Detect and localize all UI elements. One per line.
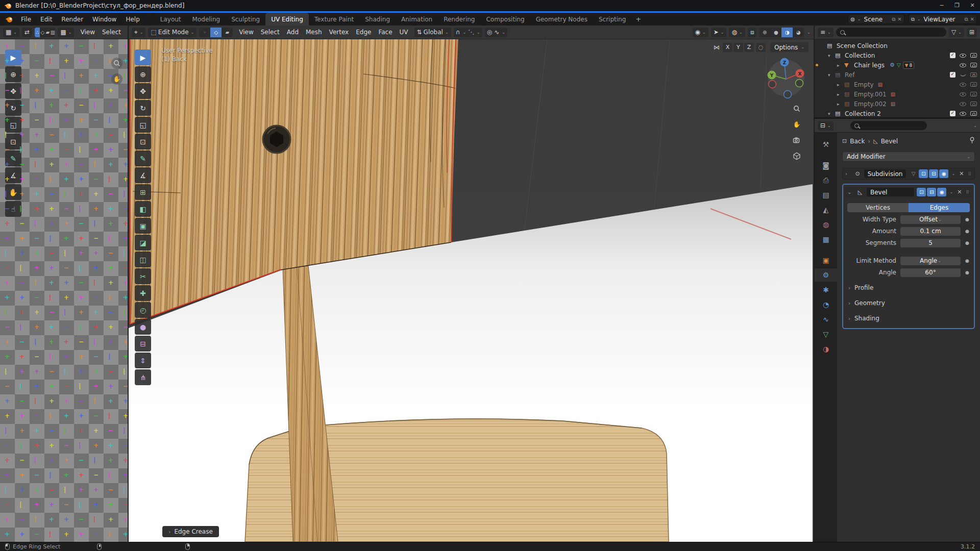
collection-checkbox[interactable] — [950, 72, 955, 78]
mesh-select-mode-button[interactable]: ◇ — [210, 28, 222, 37]
viewport-tool-button[interactable]: ◫ — [135, 252, 151, 267]
breadcrumb-object[interactable]: Back — [850, 138, 865, 145]
menu-item[interactable]: Edit — [36, 14, 57, 24]
properties-tab[interactable]: ◙ — [817, 159, 835, 172]
viewport-tool-button[interactable]: ▶ — [135, 49, 151, 65]
outliner-row[interactable]: ▸ Empty — [815, 80, 980, 89]
properties-tab[interactable]: ⚒ — [817, 138, 835, 151]
animate-dot[interactable]: ● — [965, 240, 970, 245]
viewport-menu-item[interactable]: View — [235, 28, 257, 37]
minimize-button[interactable]: ─ — [934, 0, 949, 11]
workspace-tab[interactable]: Layout — [155, 13, 187, 26]
expander-icon[interactable]: ▸ — [837, 92, 844, 97]
properties-editor-type-button[interactable]: ⊟⌄ — [818, 121, 834, 131]
gizmo-neg-x-axis[interactable] — [769, 81, 776, 88]
pin-icon[interactable] — [969, 137, 975, 145]
uv-sync-selection-button[interactable]: ⇄ — [22, 28, 32, 37]
gizmo-neg-z-axis[interactable] — [784, 91, 792, 98]
viewport-tool-button[interactable]: ⊡ — [135, 134, 151, 149]
collapse-icon[interactable]: ⌄ — [847, 189, 853, 195]
viewport-menu-item[interactable]: Edge — [352, 28, 375, 37]
viewlayer-copy-icon[interactable]: ⧉ — [964, 16, 968, 22]
viewport-tool-button[interactable]: ⊟ — [135, 336, 151, 352]
viewport-menu-item[interactable]: Vertex — [326, 28, 353, 37]
visibility-eye-icon[interactable] — [960, 92, 966, 96]
expander-icon[interactable]: ▸ — [837, 82, 844, 87]
visibility-eye-icon[interactable] — [960, 63, 966, 67]
param-value-field[interactable]: 60° — [900, 268, 961, 277]
properties-filter-icon[interactable]: ⌄ — [973, 123, 977, 128]
affect-option-button[interactable]: Vertices — [847, 203, 909, 212]
viewport-tool-button[interactable]: ◧ — [135, 201, 151, 217]
xray-toggle[interactable]: ⧈ — [748, 28, 757, 37]
viewport-tool-button[interactable]: ✚ — [135, 285, 151, 301]
properties-search[interactable] — [850, 121, 927, 130]
expander-icon[interactable]: ▸ — [837, 102, 844, 107]
viewlayer-name[interactable]: ViewLayer — [923, 16, 963, 23]
viewport-menu-item[interactable]: Face — [375, 28, 396, 37]
viewport-tool-button[interactable]: ⇕ — [135, 353, 151, 368]
viewport-tool-button[interactable]: ↻ — [135, 100, 151, 116]
viewport-tool-button[interactable]: ✂ — [135, 268, 151, 284]
workspace-tab[interactable]: Shading — [359, 13, 396, 26]
display-toggle[interactable]: ◉ — [939, 169, 948, 178]
viewlayer-remove-icon[interactable]: ✕ — [970, 16, 974, 22]
outliner-filter-dropdown[interactable]: ▽⌄ — [949, 28, 964, 37]
uv-zoom-icon[interactable] — [111, 58, 122, 69]
remove-modifier-icon[interactable]: ✕ — [955, 189, 963, 195]
render-camera-icon[interactable] — [970, 111, 977, 116]
viewport-menu-item[interactable]: Add — [283, 28, 302, 37]
uv-selection-mode-button[interactable]: ∴ — [35, 28, 40, 37]
shading-mode-button[interactable]: ⊕ — [759, 28, 770, 37]
param-value-field[interactable]: 5 — [900, 239, 961, 247]
collection-checkbox[interactable] — [950, 53, 955, 58]
display-toggle[interactable]: ⊟ — [927, 188, 936, 196]
modifier-extras-icon[interactable]: ⌄ — [949, 190, 953, 194]
viewport-tool-button[interactable]: ✎ — [135, 151, 151, 166]
snapping-controls[interactable]: ∩⌄⋱⌄ — [454, 28, 482, 37]
new-collection-button[interactable]: ⊞ — [967, 28, 977, 37]
workspace-tab[interactable]: Rendering — [438, 13, 480, 26]
menu-item[interactable]: File — [16, 14, 36, 24]
uv-selection-mode-button[interactable]: ◇ — [40, 28, 45, 37]
modifier-name-field[interactable]: Subdivision — [864, 169, 906, 178]
viewport-tool-button[interactable]: ⋔ — [135, 369, 151, 385]
display-toggle[interactable]: ▽ — [909, 169, 918, 178]
shading-mode-button[interactable]: ◕ — [793, 28, 804, 37]
expand-icon[interactable]: › — [845, 171, 851, 177]
render-camera-icon[interactable] — [970, 72, 977, 77]
viewport-tool-button[interactable]: ◪ — [135, 235, 151, 251]
subdivision-modifier-row[interactable]: › ⊙ Subdivision ▽⊡⊟◉ ⌄ ✕ ⠿ — [842, 168, 975, 180]
visibility-eye-icon[interactable] — [960, 54, 966, 58]
outliner-display-mode-dropdown[interactable]: ≡⌄ — [818, 28, 834, 37]
symmetry-axis-button[interactable]: Y — [733, 43, 743, 52]
breadcrumb-modifier[interactable]: Bevel — [881, 138, 898, 145]
expander-icon[interactable]: ▾ — [828, 111, 835, 116]
object-visibility-dropdown[interactable]: ◉⌄ — [693, 28, 708, 37]
collapsed-section[interactable]: › Profile — [848, 283, 970, 292]
display-toggle[interactable]: ⊡ — [917, 188, 926, 196]
maximize-button[interactable]: ❐ — [949, 0, 965, 11]
menu-item[interactable]: Help — [121, 14, 144, 24]
animate-dot[interactable]: ● — [965, 229, 970, 234]
menu-item[interactable]: Render — [57, 14, 88, 24]
viewlayer-selector[interactable]: ⧉⌄ ViewLayer ⧉ ✕ — [909, 14, 977, 24]
collapsed-section[interactable]: › Geometry — [848, 298, 970, 308]
drag-handle-icon[interactable]: ⠿ — [966, 190, 970, 195]
outliner-row[interactable]: ▾ Collection — [815, 51, 980, 60]
animate-dot[interactable]: ● — [965, 258, 970, 263]
shading-mode-button[interactable]: ◑ — [781, 28, 793, 37]
show-overlays-toggle[interactable]: ◍⌄ — [729, 28, 745, 37]
display-toggle[interactable]: ◉ — [937, 188, 946, 196]
visibility-eye-icon[interactable] — [960, 73, 966, 77]
zoom-icon[interactable] — [791, 103, 802, 114]
drag-handle-icon[interactable]: ⠿ — [968, 171, 972, 177]
visibility-eye-icon[interactable] — [960, 102, 966, 106]
properties-tab[interactable]: ⚙ — [815, 268, 837, 282]
add-modifier-button[interactable]: Add Modifier⌄ — [842, 152, 975, 162]
workspace-tab[interactable]: UV Editing — [265, 13, 309, 26]
param-value-field[interactable]: 0.1 cm — [900, 227, 961, 236]
uv-selection-mode-button[interactable]: ▥ — [50, 28, 55, 37]
uv-selection-mode-button[interactable]: ▰ — [45, 28, 50, 37]
properties-tab[interactable]: ∿ — [817, 313, 835, 326]
